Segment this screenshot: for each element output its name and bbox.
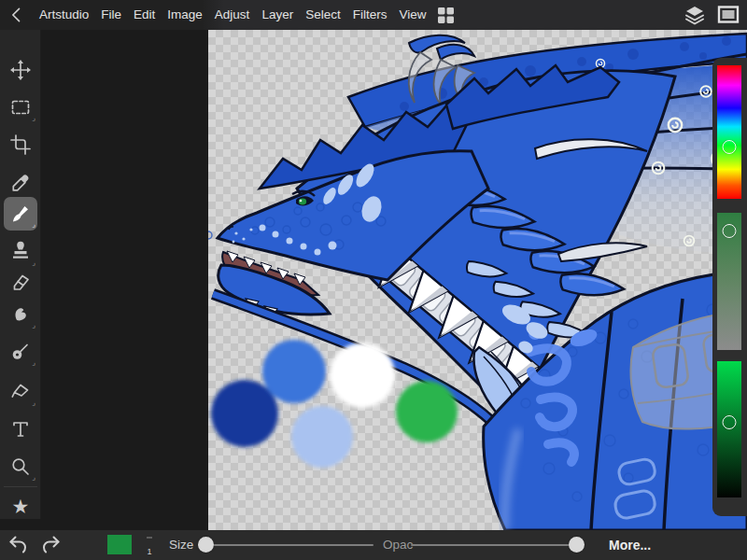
hue-strip[interactable] bbox=[717, 65, 741, 199]
palette-blobs bbox=[211, 340, 458, 468]
workspace: › › › bbox=[0, 30, 747, 530]
blob-dark-blue bbox=[211, 380, 278, 447]
size-tick bbox=[147, 537, 152, 539]
tool-eyedropper[interactable] bbox=[4, 166, 37, 200]
artstudio-app: Artstudio File Edit Image Adjust Layer S… bbox=[0, 0, 747, 560]
saturation-selector[interactable] bbox=[723, 224, 737, 238]
topbar-right-group bbox=[684, 0, 747, 30]
brush-size-indicator: 1 bbox=[143, 533, 156, 559]
opacity-slider-knob[interactable] bbox=[569, 537, 585, 553]
blob-blue bbox=[262, 340, 326, 403]
color-panel bbox=[712, 58, 747, 516]
magnifier-icon bbox=[9, 455, 32, 478]
bottom-toolbar: 1 Size Opac More... bbox=[0, 530, 747, 560]
size-value: 1 bbox=[147, 547, 151, 556]
size-slider-knob[interactable] bbox=[198, 537, 214, 553]
apps-grid-icon bbox=[438, 7, 454, 23]
eraser-icon bbox=[9, 271, 32, 293]
menu-select[interactable]: Select bbox=[305, 0, 341, 30]
stamp-icon bbox=[9, 241, 32, 263]
tool-marquee-select[interactable]: › bbox=[4, 91, 37, 124]
blob-white bbox=[330, 343, 395, 408]
size-slider[interactable] bbox=[198, 544, 374, 546]
liquify-pin-icon bbox=[9, 341, 32, 363]
menu-items: Artstudio File Edit Image Adjust Layer S… bbox=[39, 0, 426, 30]
tool-favorites[interactable]: ★ bbox=[4, 489, 37, 523]
top-menubar: Artstudio File Edit Image Adjust Layer S… bbox=[0, 0, 747, 30]
redo-icon bbox=[39, 535, 62, 555]
menu-file[interactable]: File bbox=[101, 0, 121, 30]
apps-grid-button[interactable] bbox=[433, 3, 458, 27]
opacity-slider[interactable] bbox=[411, 544, 584, 546]
tool-liquify[interactable]: › bbox=[4, 335, 37, 369]
tool-paint[interactable]: › bbox=[4, 197, 37, 231]
tool-text[interactable] bbox=[4, 413, 37, 446]
paintbrush-icon bbox=[9, 203, 32, 225]
crop-icon bbox=[9, 133, 32, 156]
tool-move[interactable] bbox=[4, 53, 37, 87]
eyedropper-icon bbox=[9, 172, 32, 194]
tool-zoom[interactable]: › bbox=[4, 450, 37, 483]
canvas[interactable] bbox=[208, 30, 747, 530]
menu-adjust[interactable]: Adjust bbox=[215, 0, 250, 30]
layers-button[interactable] bbox=[684, 4, 706, 26]
toolbar-divider bbox=[4, 486, 37, 487]
smudge-finger-icon bbox=[9, 303, 32, 326]
saturation-strip[interactable] bbox=[717, 213, 741, 350]
back-button[interactable] bbox=[0, 0, 34, 30]
dragon-artwork bbox=[208, 30, 747, 530]
back-chevron-icon bbox=[7, 6, 26, 24]
canvas-frame-button[interactable] bbox=[717, 5, 740, 25]
shape-diamond-icon bbox=[9, 381, 32, 403]
star-icon: ★ bbox=[12, 497, 30, 516]
tool-clone-stamp[interactable]: › bbox=[4, 235, 37, 269]
current-color-swatch[interactable] bbox=[107, 535, 132, 554]
menu-view[interactable]: View bbox=[399, 0, 426, 30]
tool-crop[interactable] bbox=[4, 128, 37, 161]
tool-shape[interactable]: › bbox=[4, 375, 37, 409]
menu-edit[interactable]: Edit bbox=[134, 0, 155, 30]
menu-filters[interactable]: Filters bbox=[353, 0, 388, 30]
menu-image[interactable]: Image bbox=[167, 0, 203, 30]
menu-artstudio[interactable]: Artstudio bbox=[39, 0, 89, 30]
menu-layer[interactable]: Layer bbox=[261, 0, 293, 30]
canvas-frame-icon bbox=[717, 5, 740, 25]
undo-icon bbox=[7, 535, 30, 555]
value-selector[interactable] bbox=[723, 415, 737, 429]
size-label: Size bbox=[169, 530, 193, 560]
layers-icon bbox=[684, 4, 706, 26]
tool-eraser[interactable] bbox=[4, 265, 37, 299]
marquee-icon bbox=[9, 96, 32, 119]
move-icon bbox=[9, 59, 32, 81]
value-strip[interactable] bbox=[717, 361, 741, 497]
tool-smudge[interactable]: › bbox=[4, 298, 37, 331]
more-button[interactable]: More... bbox=[609, 530, 651, 560]
tool-sidebar: › › › bbox=[0, 30, 41, 519]
redo-button[interactable] bbox=[39, 535, 62, 559]
opacity-label: Opac bbox=[383, 530, 413, 560]
blob-green bbox=[396, 381, 458, 442]
hue-selector[interactable] bbox=[723, 140, 737, 154]
blob-light-blue bbox=[291, 406, 353, 468]
text-icon bbox=[9, 418, 32, 441]
undo-button[interactable] bbox=[7, 535, 30, 559]
